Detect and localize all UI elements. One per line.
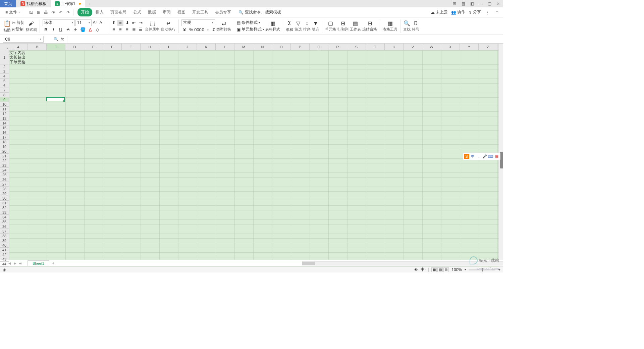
- percent-icon[interactable]: %: [188, 27, 194, 33]
- share-button[interactable]: ⇪分享: [469, 9, 481, 15]
- ribbon-tab-insert[interactable]: 插入: [92, 8, 107, 16]
- collapse-ribbon-icon[interactable]: ⌃: [494, 9, 500, 15]
- format-painter-button[interactable]: 🖌格式刷: [26, 20, 37, 32]
- number-format-combo[interactable]: 常规▾: [181, 19, 215, 26]
- col-header-W[interactable]: W: [422, 44, 441, 50]
- save-icon[interactable]: 🖫: [28, 9, 34, 15]
- cloud-status[interactable]: ☁未上云: [431, 9, 448, 15]
- font-size-combo[interactable]: 11▾: [75, 19, 92, 26]
- align-left-icon[interactable]: ≡: [111, 27, 117, 33]
- row-header-24[interactable]: 24: [0, 168, 9, 172]
- wrap-button[interactable]: ↵自动换行: [161, 20, 176, 32]
- row-header-42[interactable]: 42: [0, 252, 9, 257]
- indent-dec-icon[interactable]: ⇤: [131, 20, 137, 26]
- view-pagebreak-icon[interactable]: ⊞: [443, 267, 449, 272]
- row-header-18[interactable]: 18: [0, 140, 9, 144]
- sheet-tab-active[interactable]: Sheet1: [28, 260, 49, 266]
- ime-kb-icon[interactable]: ⌨: [488, 154, 493, 159]
- sort-button[interactable]: ↕排序: [303, 20, 311, 32]
- row-header-44[interactable]: 44: [0, 262, 9, 266]
- tab-add-button[interactable]: ＋: [85, 0, 95, 7]
- indent-inc-icon[interactable]: ⇥: [138, 20, 144, 26]
- align-middle-icon[interactable]: ≡: [117, 20, 123, 26]
- row-header-39[interactable]: 39: [0, 238, 9, 243]
- col-header-G[interactable]: G: [122, 44, 141, 50]
- align-bottom-icon[interactable]: ⬇: [124, 20, 130, 26]
- col-header-U[interactable]: U: [385, 44, 404, 50]
- col-header-Q[interactable]: Q: [310, 44, 328, 50]
- zoom-value[interactable]: 100%: [451, 267, 462, 272]
- row-header-19[interactable]: 19: [0, 144, 9, 149]
- ribbon-tab-pagelayout[interactable]: 页面布局: [107, 8, 130, 16]
- apps-icon[interactable]: ▦: [460, 1, 466, 7]
- fill-button[interactable]: ▼填充: [312, 20, 319, 32]
- increase-font-icon[interactable]: A⁺: [92, 20, 98, 26]
- formula-input[interactable]: [67, 36, 503, 43]
- strikethrough-button[interactable]: A: [65, 27, 71, 33]
- col-header-R[interactable]: R: [328, 44, 347, 50]
- col-header-K[interactable]: K: [197, 44, 216, 50]
- col-header-F[interactable]: F: [103, 44, 122, 50]
- row-header-4[interactable]: 4: [0, 74, 9, 79]
- print-icon[interactable]: 🖶: [43, 9, 49, 15]
- col-header-Y[interactable]: Y: [460, 44, 479, 50]
- col-header-I[interactable]: I: [159, 44, 178, 50]
- row-header-29[interactable]: 29: [0, 191, 9, 196]
- more-icon[interactable]: ⋮: [484, 9, 490, 15]
- preview-icon[interactable]: 👁: [50, 9, 56, 15]
- row-header-32[interactable]: 32: [0, 205, 9, 210]
- cell-button[interactable]: ▢单元格: [325, 20, 336, 32]
- table-tool-button[interactable]: ▦表格工具: [383, 20, 397, 32]
- cut-button[interactable]: ✄剪切: [12, 20, 24, 26]
- undo-icon[interactable]: ↶: [58, 9, 64, 15]
- dec-dec-icon[interactable]: ←.0: [208, 27, 214, 33]
- table-style-button[interactable]: ▦表格样式: [265, 20, 280, 32]
- ribbon-tab-member[interactable]: 会员专享: [212, 8, 234, 16]
- distribute-icon[interactable]: ☰: [138, 27, 144, 33]
- select-all-corner[interactable]: ◢: [0, 44, 9, 50]
- redo-icon[interactable]: ↷: [65, 9, 71, 15]
- filter-button[interactable]: ▽筛选: [294, 20, 302, 32]
- highlight-button[interactable]: ◇: [94, 27, 101, 33]
- align-right-icon[interactable]: ≡: [124, 27, 130, 33]
- col-header-M[interactable]: M: [234, 44, 253, 50]
- cond-format-button[interactable]: ▤条件格式▾: [237, 20, 264, 26]
- lang-icon[interactable]: 中·: [421, 267, 426, 272]
- paste-button[interactable]: 📋粘贴: [3, 20, 11, 33]
- collab-button[interactable]: 👥协作: [451, 9, 465, 15]
- row-header-17[interactable]: 17: [0, 135, 9, 140]
- row-header-40[interactable]: 40: [0, 243, 9, 248]
- freeze-button[interactable]: ⊟冻结窗格: [362, 20, 377, 32]
- hscroll-thumb[interactable]: [302, 262, 315, 265]
- justify-icon[interactable]: ≣: [131, 27, 137, 33]
- ime-lang-icon[interactable]: 中: [470, 154, 475, 159]
- row-header-22[interactable]: 22: [0, 158, 9, 163]
- ime-punct-icon[interactable]: ，: [476, 154, 481, 159]
- row-header-43[interactable]: 43: [0, 257, 9, 262]
- row-header-38[interactable]: 38: [0, 234, 9, 238]
- col-header-O[interactable]: O: [272, 44, 291, 50]
- row-header-41[interactable]: 41: [0, 248, 9, 252]
- dec-inc-icon[interactable]: .0→: [202, 27, 208, 33]
- ribbon-tab-start[interactable]: 开始: [77, 8, 92, 16]
- ribbon-tab-review[interactable]: 审阅: [159, 8, 174, 16]
- row-header-30[interactable]: 30: [0, 196, 9, 201]
- row-header-15[interactable]: 15: [0, 126, 9, 130]
- col-header-D[interactable]: D: [65, 44, 84, 50]
- minimize-icon[interactable]: —: [478, 1, 484, 7]
- eye-icon[interactable]: 👁: [414, 267, 418, 272]
- sum-button[interactable]: Σ求和: [286, 20, 293, 32]
- tab-workbook[interactable]: S工作簿1: [51, 0, 85, 7]
- row-header-28[interactable]: 28: [0, 187, 9, 191]
- row-header-14[interactable]: 14: [0, 121, 9, 126]
- skin-icon[interactable]: ◧: [469, 1, 475, 7]
- cell-a1[interactable]: 文字内容太长超出了单元格: [9, 50, 28, 64]
- copy-button[interactable]: ⎘复制: [12, 27, 24, 33]
- ime-mic-icon[interactable]: 🎤: [482, 154, 487, 159]
- rowcol-button[interactable]: ⊞行和列: [337, 20, 348, 32]
- align-center-icon[interactable]: ≡: [117, 27, 123, 33]
- search-box[interactable]: 🔍查找命令、搜索模板: [238, 9, 281, 15]
- row-header-8[interactable]: 8: [0, 93, 9, 97]
- row-header-1[interactable]: 1: [0, 50, 9, 64]
- row-header-13[interactable]: 13: [0, 116, 9, 121]
